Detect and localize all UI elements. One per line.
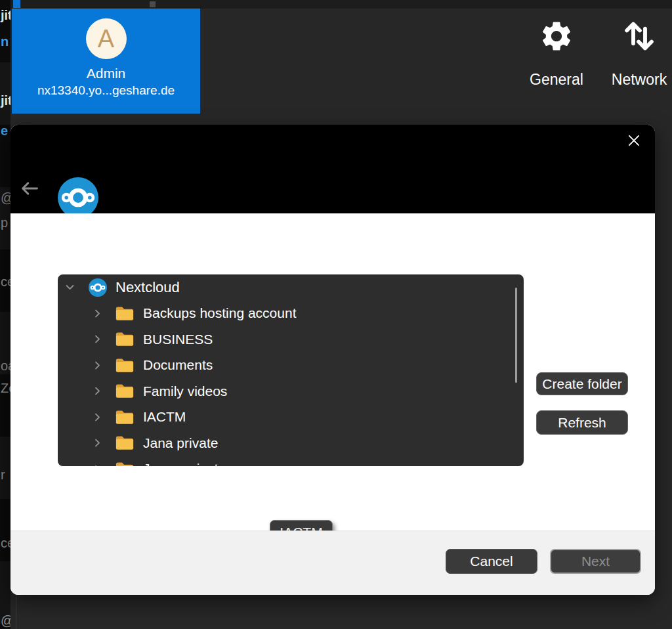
next-button[interactable]: Next: [550, 549, 641, 574]
chevron-right-icon[interactable]: [92, 385, 103, 397]
cancel-button[interactable]: Cancel: [446, 549, 537, 574]
background-text-fragment: n: [1, 34, 9, 49]
tab-general-label: General: [530, 71, 583, 89]
chevron-right-icon[interactable]: [92, 464, 103, 466]
background-text-fragment: ce: [1, 536, 10, 551]
tree-item-label: IACTM: [143, 409, 186, 425]
chevron-down-icon[interactable]: [64, 282, 75, 293]
close-icon: [625, 132, 642, 149]
background-window-sliver: jit n jit e @ p ce oa Zc r ce @: [0, 0, 10, 629]
titlebar-gray-mark: [150, 1, 156, 7]
folder-icon: [115, 305, 135, 322]
tree-item-folder[interactable]: BUSINESS: [58, 326, 524, 353]
dialog-body: Nextcloud Backups hosting account: [10, 213, 655, 531]
background-text-fragment: p: [1, 215, 8, 230]
background-text-fragment: Zc: [1, 381, 10, 396]
chevron-right-icon[interactable]: [92, 334, 103, 345]
screen: jit n jit e @ p ce oa Zc r ce @ A Admin …: [0, 0, 672, 629]
create-folder-button[interactable]: Create folder: [536, 372, 628, 395]
close-button[interactable]: [621, 127, 647, 154]
titlebar-blue-mark: [13, 0, 20, 8]
tree-scrollbar-thumb[interactable]: [515, 288, 517, 383]
tree-item-label: Family videos: [143, 383, 227, 399]
tree-item-label: Documents: [143, 357, 213, 373]
background-window-edge: [16, 595, 16, 629]
dialog-header: [10, 125, 655, 213]
up-down-arrows-icon: [621, 18, 657, 54]
tree-item-label: BUSINESS: [143, 332, 213, 347]
nextcloud-logo-small: [89, 278, 107, 297]
chevron-right-icon[interactable]: [92, 308, 103, 319]
background-text-fragment: oa: [1, 358, 10, 374]
tab-network[interactable]: Network: [600, 18, 672, 97]
refresh-button[interactable]: Refresh: [536, 410, 628, 435]
account-server: nx13340.yo...geshare.de: [37, 82, 175, 99]
chevron-right-icon[interactable]: [92, 437, 103, 448]
gear-icon: [539, 18, 574, 54]
background-text-fragment: jit: [1, 8, 10, 23]
tree-item-nextcloud-root[interactable]: Nextcloud: [58, 274, 524, 301]
tree-item-label: Nextcloud: [116, 279, 180, 296]
background-text-fragment: e: [1, 123, 8, 139]
background-text-fragment: @: [1, 190, 10, 206]
chevron-right-icon[interactable]: [92, 412, 103, 423]
titlebar-strip: [10, 0, 672, 9]
tab-general[interactable]: General: [517, 18, 596, 97]
tab-network-label: Network: [612, 71, 667, 89]
folder-icon: [115, 409, 135, 425]
back-button[interactable]: [18, 178, 40, 199]
avatar-initial: A: [98, 25, 114, 53]
background-text-fragment: ce: [1, 274, 10, 290]
folder-icon: [115, 383, 135, 399]
tree-item-folder[interactable]: Backups hosting account: [58, 301, 524, 327]
folder-icon: [115, 357, 135, 374]
remote-folder-tree: Nextcloud Backups hosting account: [58, 274, 524, 466]
folder-icon: [115, 331, 135, 347]
avatar: A: [86, 18, 127, 59]
chevron-right-icon[interactable]: [92, 360, 103, 371]
tree-item-label: Backups hosting account: [143, 305, 296, 321]
account-tile-admin[interactable]: A Admin nx13340.yo...geshare.de: [12, 9, 200, 114]
background-text-fragment: jit: [1, 93, 10, 108]
background-text-fragment: @: [1, 613, 10, 628]
tree-item-label: Jana private: [143, 435, 218, 451]
tree-item-folder[interactable]: Jana private: [58, 430, 524, 456]
folder-wizard-dialog: Nextcloud Backups hosting account: [10, 125, 655, 595]
tree-item-folder[interactable]: Family videos: [58, 378, 524, 404]
folder-icon: [115, 461, 135, 466]
account-name: Admin: [87, 65, 126, 82]
tree-item-folder-clipped[interactable]: Jana project: [58, 456, 524, 467]
nextcloud-logo: [58, 177, 98, 218]
tree-item-label: Jana project: [143, 461, 218, 466]
arrow-left-icon: [18, 179, 40, 198]
tree-item-folder[interactable]: IACTM: [58, 404, 524, 431]
background-text-fragment: r: [1, 467, 5, 483]
tree-item-folder[interactable]: Documents: [58, 353, 524, 379]
folder-icon: [115, 435, 135, 451]
dialog-footer: Cancel Next: [10, 531, 655, 595]
